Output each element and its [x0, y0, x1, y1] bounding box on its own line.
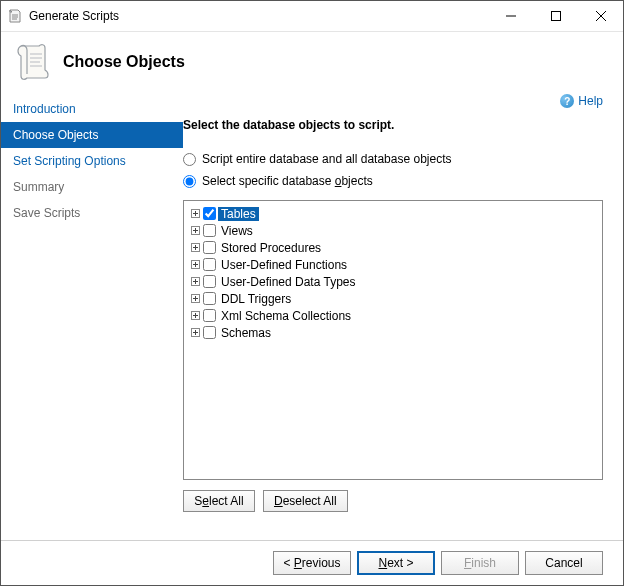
radio-entire-database[interactable]: Script entire database and all database …: [183, 152, 603, 166]
expand-icon[interactable]: [190, 259, 201, 270]
wizard-footer: < Previous Next > Finish Cancel: [1, 540, 623, 585]
checkbox-xml-schema-collections[interactable]: [203, 309, 216, 322]
checkbox-tables[interactable]: [203, 207, 216, 220]
tree-item-ddl-triggers[interactable]: DDL Triggers: [186, 290, 600, 307]
expand-icon[interactable]: [190, 310, 201, 321]
nav-save-scripts[interactable]: Save Scripts: [1, 200, 183, 226]
cancel-button[interactable]: Cancel: [525, 551, 603, 575]
tree-label: Xml Schema Collections: [218, 309, 354, 323]
expand-icon[interactable]: [190, 293, 201, 304]
tree-item-schemas[interactable]: Schemas: [186, 324, 600, 341]
expand-icon[interactable]: [190, 327, 201, 338]
title-bar: Generate Scripts: [1, 1, 623, 32]
wizard-header: Choose Objects: [1, 32, 623, 92]
tree-label: User-Defined Data Types: [218, 275, 359, 289]
tree-label: Tables: [218, 207, 259, 221]
tree-label: Views: [218, 224, 256, 238]
content-heading: Select the database objects to script.: [183, 118, 603, 132]
radio-specific-objects-input[interactable]: [183, 175, 196, 188]
checkbox-stored-procedures[interactable]: [203, 241, 216, 254]
expand-icon[interactable]: [190, 242, 201, 253]
minimize-button[interactable]: [488, 2, 533, 31]
checkbox-views[interactable]: [203, 224, 216, 237]
object-tree[interactable]: Tables Views Stored Procedures User-Defi…: [183, 200, 603, 480]
content-area: ? Help Select the database objects to sc…: [183, 92, 623, 540]
expand-icon[interactable]: [190, 208, 201, 219]
tree-item-xml-schema-collections[interactable]: Xml Schema Collections: [186, 307, 600, 324]
page-title: Choose Objects: [63, 53, 185, 71]
app-icon: [7, 8, 23, 24]
checkbox-user-defined-data-types[interactable]: [203, 275, 216, 288]
tree-label: User-Defined Functions: [218, 258, 350, 272]
expand-icon[interactable]: [190, 225, 201, 236]
tree-item-views[interactable]: Views: [186, 222, 600, 239]
tree-label: DDL Triggers: [218, 292, 294, 306]
tree-item-user-defined-functions[interactable]: User-Defined Functions: [186, 256, 600, 273]
help-icon: ?: [560, 94, 574, 108]
tree-item-user-defined-data-types[interactable]: User-Defined Data Types: [186, 273, 600, 290]
wizard-nav: Introduction Choose Objects Set Scriptin…: [1, 92, 183, 540]
checkbox-ddl-triggers[interactable]: [203, 292, 216, 305]
maximize-button[interactable]: [533, 2, 578, 31]
checkbox-schemas[interactable]: [203, 326, 216, 339]
help-link[interactable]: ? Help: [560, 94, 603, 108]
nav-summary[interactable]: Summary: [1, 174, 183, 200]
nav-choose-objects[interactable]: Choose Objects: [1, 122, 183, 148]
tree-label: Schemas: [218, 326, 274, 340]
radio-specific-objects[interactable]: Select specific database objects: [183, 174, 603, 188]
generate-scripts-dialog: Generate Scripts Choose Objects Introduc…: [0, 0, 624, 586]
tree-item-stored-procedures[interactable]: Stored Procedures: [186, 239, 600, 256]
next-button[interactable]: Next >: [357, 551, 435, 575]
svg-rect-0: [551, 12, 560, 21]
checkbox-user-defined-functions[interactable]: [203, 258, 216, 271]
close-button[interactable]: [578, 2, 623, 31]
select-all-button[interactable]: Select All: [183, 490, 255, 512]
previous-button[interactable]: < Previous: [273, 551, 351, 575]
nav-set-scripting-options[interactable]: Set Scripting Options: [1, 148, 183, 174]
script-icon: [15, 42, 51, 82]
expand-icon[interactable]: [190, 276, 201, 287]
tree-label: Stored Procedures: [218, 241, 324, 255]
nav-introduction[interactable]: Introduction: [1, 96, 183, 122]
tree-item-tables[interactable]: Tables: [186, 205, 600, 222]
radio-entire-database-input[interactable]: [183, 153, 196, 166]
deselect-all-button[interactable]: Deselect All: [263, 490, 348, 512]
window-title: Generate Scripts: [29, 9, 119, 23]
finish-button: Finish: [441, 551, 519, 575]
